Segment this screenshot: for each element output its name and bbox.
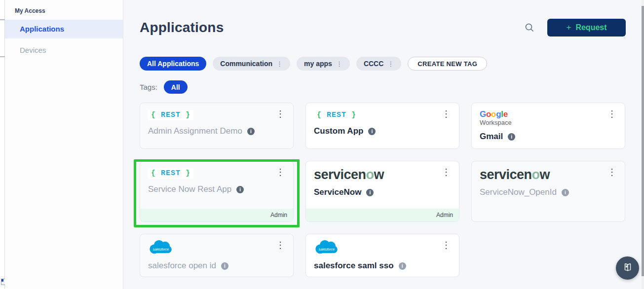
app-name: Admin Assignment Demo <box>148 126 242 136</box>
filter-chip-label: CCCC <box>364 60 383 68</box>
kebab-menu-icon[interactable]: ⋮ <box>606 167 618 178</box>
kebab-menu-icon[interactable]: ⋮ <box>440 240 453 251</box>
request-button[interactable]: + Request <box>547 19 626 36</box>
app-title-row: salesforce saml sso i <box>314 261 451 271</box>
scrollbar-thumb[interactable] <box>642 6 644 276</box>
admin-badge: Admin <box>306 209 459 221</box>
sidebar-items: Applications Devices <box>5 20 123 60</box>
main-content: Applications + Request All Applications … <box>123 0 644 289</box>
app-name: salesforce saml sso <box>314 261 394 271</box>
app-title-row: ServiceNow_OpenId i <box>480 187 617 197</box>
filter-chip-label: Communication <box>220 60 272 68</box>
info-icon[interactable]: i <box>508 133 515 141</box>
app-card[interactable]: ⋮ { REST } Custom App i <box>305 103 459 149</box>
info-icon[interactable]: i <box>562 189 569 196</box>
tag-all-pill[interactable]: All <box>164 80 188 94</box>
app-name: Custom App <box>314 126 363 136</box>
app-logo: GoogleWorkspace <box>480 110 617 126</box>
app-title-row: Admin Assignment Demo i <box>148 126 285 136</box>
sidebar-item-label: Applications <box>20 25 64 33</box>
app-card[interactable]: ⋮ { REST } Admin Assignment Demo i <box>140 103 294 149</box>
kebab-menu-icon[interactable]: ⋮ <box>440 167 453 178</box>
rail-tick <box>0 19 5 20</box>
app-card[interactable]: ⋮ servicenow ServiceNow_OpenId i <box>471 161 625 222</box>
application-card-grid: ⋮ { REST } Admin Assignment Demo i ⋮ { R… <box>140 103 625 277</box>
rest-api-logo: { REST } <box>314 110 359 120</box>
app-name: ServiceNow_OpenId <box>480 187 557 197</box>
filter-chip[interactable]: All Applications <box>140 57 206 71</box>
tags-row: Tags: All <box>140 80 188 94</box>
filter-chip[interactable]: my apps ⋮ <box>297 57 350 71</box>
app-card[interactable]: ⋮ servicenow ServiceNow i Admin <box>305 161 459 222</box>
info-icon[interactable]: i <box>366 189 374 196</box>
salesforce-logo: salesforce <box>148 239 285 258</box>
app-title-row: salesforce open id i <box>148 261 285 271</box>
app-title-row: Service Now Rest App i <box>148 184 285 194</box>
info-icon[interactable]: i <box>236 186 244 193</box>
filter-chip-label: CREATE NEW TAG <box>417 60 477 68</box>
app-logo: salesforce <box>148 239 285 258</box>
app-title-row: ServiceNow i <box>314 187 451 197</box>
kebab-menu-icon[interactable]: ⋮ <box>274 167 287 178</box>
request-button-label: Request <box>575 23 606 32</box>
sidebar-item-applications[interactable]: Applications <box>5 20 123 38</box>
servicenow-logo: servicenow <box>314 168 451 181</box>
app-logo: salesforce <box>314 239 451 258</box>
app-logo: servicenow <box>314 168 451 181</box>
filter-chip-label: All Applications <box>147 60 199 68</box>
app-card[interactable]: ⋮ salesforce salesforce saml sso i <box>305 234 459 277</box>
search-icon[interactable] <box>525 23 534 33</box>
page-title: Applications <box>140 20 224 36</box>
salesforce-logo: salesforce <box>314 239 451 258</box>
chip-menu-icon[interactable]: ⋮ <box>336 60 342 68</box>
chip-menu-icon[interactable]: ⋮ <box>387 60 394 68</box>
info-icon[interactable]: i <box>247 128 255 135</box>
kebab-menu-icon[interactable]: ⋮ <box>274 108 287 119</box>
rail-tick <box>0 56 5 57</box>
rest-api-logo: { REST } <box>148 168 193 179</box>
open-book-icon <box>622 262 633 274</box>
app-card[interactable]: ⋮ salesforce salesforce open id i <box>140 234 294 277</box>
google-workspace-logo: GoogleWorkspace <box>480 110 617 126</box>
rest-api-logo: { REST } <box>148 110 193 120</box>
svg-text:salesforce: salesforce <box>153 248 169 252</box>
filter-chip[interactable]: CREATE NEW TAG <box>408 57 487 71</box>
kebab-menu-icon[interactable]: ⋮ <box>440 108 453 119</box>
app-title-row: Custom App i <box>314 126 451 136</box>
app-logo: servicenow <box>480 168 617 181</box>
plus-icon: + <box>566 23 571 33</box>
help-book-button[interactable] <box>616 256 639 280</box>
info-icon[interactable]: i <box>221 262 228 270</box>
svg-text:salesforce: salesforce <box>319 248 335 252</box>
tags-label: Tags: <box>140 83 157 91</box>
app-name: Gmail <box>480 132 503 142</box>
scrollbar-track <box>642 0 644 289</box>
servicenow-logo: servicenow <box>480 168 617 181</box>
app-logo: { REST } <box>148 168 285 179</box>
info-icon[interactable]: i <box>399 262 406 270</box>
app-card[interactable]: ⋮ { REST } Service Now Rest App i Admin <box>140 161 294 222</box>
sidebar-section-label: My Access <box>5 0 123 14</box>
kebab-menu-icon[interactable]: ⋮ <box>606 108 618 119</box>
app-name: Service Now Rest App <box>148 184 231 194</box>
app-title-row: Gmail i <box>480 132 617 142</box>
collapsed-left-rail <box>0 0 5 289</box>
chip-menu-icon[interactable]: ⋮ <box>276 60 283 68</box>
app-name: ServiceNow <box>314 187 361 197</box>
admin-badge: Admin <box>140 209 293 221</box>
app-card[interactable]: ⋮ GoogleWorkspace Gmail i <box>471 103 625 149</box>
sidebar-item-devices[interactable]: Devices <box>5 41 123 60</box>
kebab-menu-icon[interactable]: ⋮ <box>274 240 287 251</box>
app-logo: { REST } <box>148 110 285 120</box>
filter-chip-label: my apps <box>304 60 332 68</box>
info-icon[interactable]: i <box>368 128 376 135</box>
filter-chip[interactable]: Communication ⋮ <box>213 57 290 71</box>
sidebar-item-label: Devices <box>20 46 46 54</box>
app-name: salesforce open id <box>148 261 216 271</box>
filter-chip[interactable]: CCCC ⋮ <box>356 57 401 71</box>
sidebar: My Access Applications Devices <box>5 0 123 289</box>
filter-chips-row: All Applications Communication ⋮ my apps… <box>140 57 487 71</box>
app-logo: { REST } <box>314 110 451 120</box>
